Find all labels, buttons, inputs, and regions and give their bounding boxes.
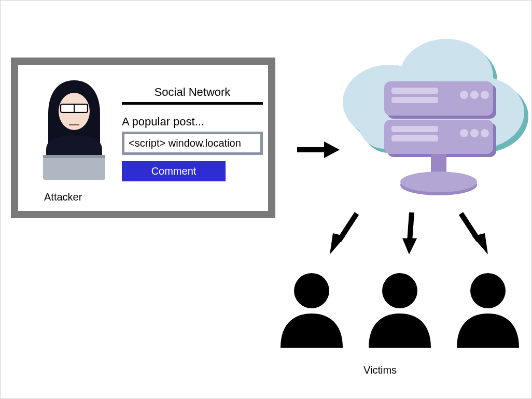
svg-point-24 — [481, 91, 489, 99]
svg-marker-39 — [472, 233, 488, 254]
social-network-title: Social Network — [122, 86, 263, 102]
svg-point-22 — [460, 91, 468, 99]
svg-marker-35 — [330, 233, 345, 254]
victim-icon — [363, 270, 436, 348]
svg-rect-6 — [43, 155, 105, 158]
svg-point-40 — [294, 273, 329, 308]
svg-point-28 — [460, 129, 468, 137]
arrow-to-victim-right-icon — [457, 210, 488, 254]
svg-point-41 — [382, 273, 417, 308]
svg-point-33 — [400, 172, 477, 192]
svg-rect-26 — [391, 126, 438, 132]
arrow-to-victim-left-icon — [330, 210, 361, 254]
arrow-to-victim-middle-icon — [402, 210, 418, 254]
svg-point-23 — [470, 91, 479, 99]
svg-line-36 — [410, 212, 412, 241]
divider — [122, 102, 263, 105]
svg-point-42 — [470, 273, 506, 308]
svg-marker-37 — [402, 238, 417, 254]
victims-label: Victims — [363, 364, 397, 376]
attacker-avatar — [36, 77, 113, 181]
cloud-server-icon — [322, 35, 529, 206]
attacker-label: Attacker — [44, 191, 82, 203]
post-label: A popular post... — [122, 115, 263, 129]
svg-point-30 — [481, 129, 489, 137]
svg-point-29 — [470, 129, 479, 137]
attacker-browser-window: Attacker Social Network A popular post..… — [11, 58, 275, 218]
comment-button[interactable]: Comment — [122, 161, 226, 181]
social-network-panel: Social Network A popular post... <script… — [122, 86, 263, 181]
victim-icon — [275, 270, 348, 348]
comment-input[interactable]: <script> window.location — [122, 132, 263, 155]
svg-rect-27 — [391, 135, 438, 141]
svg-rect-21 — [391, 97, 438, 103]
svg-rect-20 — [391, 88, 438, 94]
victim-icon — [452, 270, 524, 348]
svg-rect-5 — [43, 155, 105, 180]
victims-row — [275, 270, 524, 348]
